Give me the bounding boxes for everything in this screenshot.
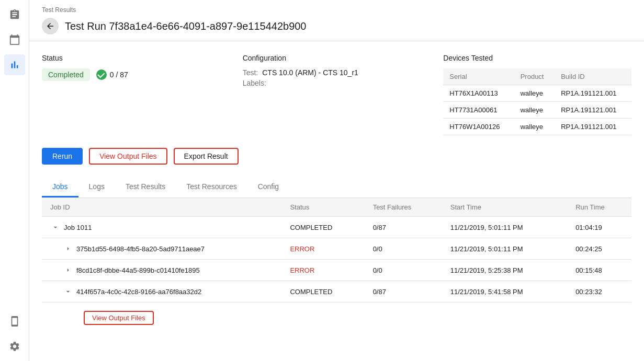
check-circle-icon <box>96 69 107 80</box>
job-id: f8cd1c8f-dbbe-44a5-899b-c01410fe1895 <box>76 266 200 274</box>
back-button[interactable] <box>42 18 59 34</box>
job-start-time: 11/21/2019, 5:01:11 PM <box>442 238 567 260</box>
sidebar <box>0 0 29 361</box>
tab-config[interactable]: Config <box>247 177 289 197</box>
page-title: Test Run 7f38a1e4-6e66-4091-a897-9e11544… <box>65 20 307 32</box>
labels-label: Labels: <box>243 79 266 87</box>
job-status: ERROR <box>281 260 364 281</box>
sidebar-item-chart[interactable] <box>4 54 25 75</box>
job-run-time: 00:24:25 <box>567 238 631 260</box>
content-area: Status Completed 0 / 87 Configuration Te… <box>29 41 644 361</box>
collapse-btn[interactable] <box>63 286 73 297</box>
devices-col-build: Build ID <box>555 68 631 85</box>
device-build: RP1A.191121.001 <box>555 119 631 135</box>
jobs-table: Job ID Status Test Failures Start Time R… <box>42 198 631 302</box>
jobs-col-id: Job ID <box>42 198 281 217</box>
devices-col-product: Product <box>514 68 555 85</box>
table-row: HT76X1A00113 walleye RP1A.191121.001 <box>443 85 631 102</box>
job-run-time: 00:15:48 <box>567 260 631 281</box>
check-count: 0 / 87 <box>96 69 128 80</box>
device-build: RP1A.191121.001 <box>555 85 631 102</box>
device-product: walleye <box>514 119 555 135</box>
job-status: ERROR <box>281 238 364 260</box>
device-product: walleye <box>514 85 555 102</box>
job-status: COMPLETED <box>281 217 364 238</box>
status-heading: Status <box>42 54 230 62</box>
table-row: 414f657a-4c0c-42c8-9166-aa76f8aa32d2 COM… <box>42 281 631 302</box>
config-section: Configuration Test: CTS 10.0 (ARM) - CTS… <box>243 54 431 135</box>
job-start-time: 11/21/2019, 5:25:38 PM <box>442 260 567 281</box>
export-button[interactable]: Export Result <box>174 148 239 165</box>
sidebar-item-calendar[interactable] <box>4 29 25 50</box>
job-failures: 0/87 <box>365 281 442 302</box>
devices-col-serial: Serial <box>443 68 514 85</box>
job-id-cell: 375b1d55-6498-4fb5-8a20-5ad9711aeae7 <box>42 238 281 260</box>
status-section: Status Completed 0 / 87 <box>42 54 230 135</box>
view-output-button[interactable]: View Output Files <box>89 148 167 165</box>
tab-test-results[interactable]: Test Results <box>115 177 176 197</box>
devices-table: Serial Product Build ID HT76X1A00113 wal… <box>443 68 631 135</box>
job-failures: 0/87 <box>365 217 442 238</box>
job-failures: 0/0 <box>365 238 442 260</box>
job-start-time: 11/21/2019, 5:01:11 PM <box>442 217 567 238</box>
expand-btn[interactable] <box>63 243 73 254</box>
sidebar-item-clipboard[interactable] <box>4 4 25 25</box>
expand-btn[interactable] <box>63 265 73 275</box>
config-heading: Configuration <box>243 54 431 62</box>
job-id-cell: Job 1011 <box>42 217 281 238</box>
job-id: Job 1011 <box>64 224 92 231</box>
device-serial: HT76W1A00126 <box>443 119 514 135</box>
job-id: 414f657a-4c0c-42c8-9166-aa76f8aa32d2 <box>76 288 201 296</box>
table-row: 375b1d55-6498-4fb5-8a20-5ad9711aeae7 ERR… <box>42 238 631 260</box>
tab-test-resources[interactable]: Test Resources <box>176 177 247 197</box>
job-status: COMPLETED <box>281 281 364 302</box>
action-buttons: Rerun View Output Files Export Result <box>42 148 631 165</box>
table-row: HT7731A00061 walleye RP1A.191121.001 <box>443 102 631 119</box>
check-count-value: 0 / 87 <box>110 71 128 79</box>
test-label: Test: <box>243 68 258 77</box>
job-run-time: 01:04:19 <box>567 217 631 238</box>
tab-jobs[interactable]: Jobs <box>42 177 78 197</box>
jobs-col-status: Status <box>281 198 364 217</box>
table-row: f8cd1c8f-dbbe-44a5-899b-c01410fe1895 ERR… <box>42 260 631 281</box>
rerun-button[interactable]: Rerun <box>42 148 83 165</box>
device-serial: HT7731A00061 <box>443 102 514 119</box>
breadcrumb: Test Results <box>42 6 631 14</box>
job-id-cell: 414f657a-4c0c-42c8-9166-aa76f8aa32d2 <box>42 281 281 302</box>
collapse-btn[interactable] <box>50 222 61 232</box>
devices-section: Devices Tested Serial Product Build ID H… <box>443 54 631 135</box>
devices-heading: Devices Tested <box>443 54 631 62</box>
jobs-col-failures: Test Failures <box>365 198 442 217</box>
sidebar-item-settings[interactable] <box>4 336 25 357</box>
bottom-view-output-area: View Output Files <box>42 302 631 325</box>
jobs-col-start: Start Time <box>442 198 567 217</box>
info-grid: Status Completed 0 / 87 Configuration Te… <box>42 54 631 135</box>
status-badge: Completed <box>42 68 90 81</box>
tab-logs[interactable]: Logs <box>78 177 115 197</box>
view-output-bottom-button[interactable]: View Output Files <box>84 311 154 325</box>
device-serial: HT76X1A00113 <box>443 85 514 102</box>
device-build: RP1A.191121.001 <box>555 102 631 119</box>
job-id-cell: f8cd1c8f-dbbe-44a5-899b-c01410fe1895 <box>42 260 281 281</box>
table-row: Job 1011 COMPLETED 0/87 11/21/2019, 5:01… <box>42 217 631 238</box>
job-run-time: 00:23:32 <box>567 281 631 302</box>
job-failures: 0/0 <box>365 260 442 281</box>
table-row: HT76W1A00126 walleye RP1A.191121.001 <box>443 119 631 135</box>
tabs: JobsLogsTest ResultsTest ResourcesConfig <box>42 177 631 198</box>
main-content: Test Results Test Run 7f38a1e4-6e66-4091… <box>29 0 644 361</box>
sidebar-item-phone[interactable] <box>4 311 25 332</box>
job-id: 375b1d55-6498-4fb5-8a20-5ad9711aeae7 <box>76 245 205 253</box>
jobs-col-run: Run Time <box>567 198 631 217</box>
test-value: CTS 10.0 (ARM) - CTS 10_r1 <box>262 68 358 77</box>
header: Test Results Test Run 7f38a1e4-6e66-4091… <box>29 0 644 41</box>
job-start-time: 11/21/2019, 5:41:58 PM <box>442 281 567 302</box>
device-product: walleye <box>514 102 555 119</box>
